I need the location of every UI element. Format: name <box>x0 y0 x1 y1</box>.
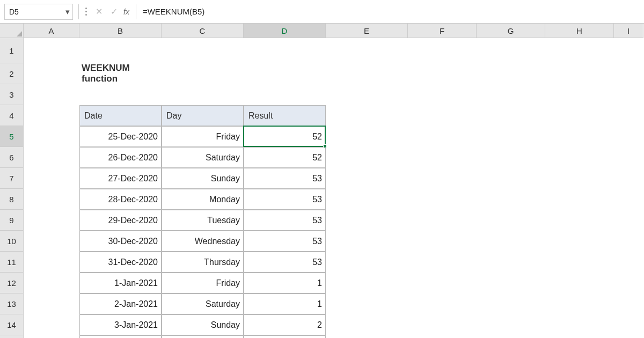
cell-B7[interactable]: 27-Dec-2020 <box>79 168 162 189</box>
cell-D11[interactable]: 53 <box>244 252 326 273</box>
cell-E6[interactable] <box>326 147 408 168</box>
cell-C3[interactable] <box>162 84 244 105</box>
row-header-1[interactable]: 1 <box>0 38 24 63</box>
row-header-7[interactable]: 7 <box>0 168 24 189</box>
cell-C7[interactable]: Sunday <box>162 168 244 189</box>
cell-F1[interactable] <box>408 38 477 63</box>
cell-H8[interactable] <box>545 189 614 210</box>
cell-H11[interactable] <box>545 252 614 273</box>
cell-I7[interactable] <box>614 168 643 189</box>
cell-F7[interactable] <box>408 168 477 189</box>
cell-A15[interactable] <box>24 335 79 338</box>
cell-E12[interactable] <box>326 273 408 293</box>
cell-H2[interactable] <box>545 63 614 84</box>
cell-C10[interactable]: Wednesday <box>162 231 244 252</box>
cell-E3[interactable] <box>326 84 408 105</box>
cell-A3[interactable] <box>24 84 79 105</box>
cell-G5[interactable] <box>477 126 545 147</box>
cell-F11[interactable] <box>408 252 477 273</box>
cell-G12[interactable] <box>477 273 545 293</box>
drag-handle-icon[interactable] <box>85 8 87 16</box>
cell-B11[interactable]: 31-Dec-2020 <box>79 252 162 273</box>
row-header-2[interactable]: 2 <box>0 63 24 84</box>
cell-D10[interactable]: 53 <box>244 231 326 252</box>
cell-G14[interactable] <box>477 314 545 335</box>
fx-icon[interactable]: fx <box>123 8 129 16</box>
cell-F5[interactable] <box>408 126 477 147</box>
cell-D14[interactable]: 2 <box>244 314 326 335</box>
cell-C9[interactable]: Tuesday <box>162 210 244 231</box>
cell-D4[interactable]: Result <box>244 105 326 126</box>
name-box-dropdown-icon[interactable]: ▾ <box>63 4 72 19</box>
cell-G7[interactable] <box>477 168 545 189</box>
cell-C6[interactable]: Saturday <box>162 147 244 168</box>
cell-A12[interactable] <box>24 273 79 293</box>
cell-F2[interactable] <box>408 63 477 84</box>
cell-C2[interactable] <box>162 63 244 84</box>
cell-I1[interactable] <box>614 38 643 63</box>
column-header-B[interactable]: B <box>79 24 162 38</box>
cell-I9[interactable] <box>614 210 643 231</box>
row-header-15[interactable]: 15 <box>0 335 24 338</box>
cell-G10[interactable] <box>477 231 545 252</box>
cell-G3[interactable] <box>477 84 545 105</box>
cell-B12[interactable]: 1-Jan-2021 <box>79 273 162 293</box>
cell-C14[interactable]: Sunday <box>162 314 244 335</box>
cell-F8[interactable] <box>408 189 477 210</box>
cell-I13[interactable] <box>614 293 643 314</box>
cell-D8[interactable]: 53 <box>244 189 326 210</box>
cell-G2[interactable] <box>477 63 545 84</box>
cell-H9[interactable] <box>545 210 614 231</box>
select-all-button[interactable] <box>0 24 24 38</box>
cell-D15[interactable]: 2 <box>244 335 326 338</box>
cell-D1[interactable] <box>244 38 326 63</box>
cell-D7[interactable]: 53 <box>244 168 326 189</box>
cell-F4[interactable] <box>408 105 477 126</box>
cell-H1[interactable] <box>545 38 614 63</box>
cell-B1[interactable] <box>79 38 162 63</box>
cell-H12[interactable] <box>545 273 614 293</box>
column-header-G[interactable]: G <box>477 24 545 38</box>
column-header-E[interactable]: E <box>326 24 408 38</box>
cell-I11[interactable] <box>614 252 643 273</box>
row-header-11[interactable]: 11 <box>0 252 24 273</box>
row-header-14[interactable]: 14 <box>0 314 24 335</box>
cell-I14[interactable] <box>614 314 643 335</box>
cell-A13[interactable] <box>24 293 79 314</box>
cell-F6[interactable] <box>408 147 477 168</box>
cell-I5[interactable] <box>614 126 643 147</box>
cell-F13[interactable] <box>408 293 477 314</box>
row-header-5[interactable]: 5 <box>0 126 24 147</box>
cell-G9[interactable] <box>477 210 545 231</box>
cell-B14[interactable]: 3-Jan-2021 <box>79 314 162 335</box>
cell-H3[interactable] <box>545 84 614 105</box>
row-header-8[interactable]: 8 <box>0 189 24 210</box>
cell-E7[interactable] <box>326 168 408 189</box>
cell-H14[interactable] <box>545 314 614 335</box>
cell-B3[interactable] <box>79 84 162 105</box>
cell-F12[interactable] <box>408 273 477 293</box>
cell-H4[interactable] <box>545 105 614 126</box>
cell-G13[interactable] <box>477 293 545 314</box>
cell-H10[interactable] <box>545 231 614 252</box>
column-header-F[interactable]: F <box>408 24 477 38</box>
cell-D12[interactable]: 1 <box>244 273 326 293</box>
cell-C5[interactable]: Friday <box>162 126 244 147</box>
cell-B9[interactable]: 29-Dec-2020 <box>79 210 162 231</box>
cell-C13[interactable]: Saturday <box>162 293 244 314</box>
row-header-3[interactable]: 3 <box>0 84 24 105</box>
cell-E11[interactable] <box>326 252 408 273</box>
cell-I8[interactable] <box>614 189 643 210</box>
column-header-C[interactable]: C <box>162 24 244 38</box>
cell-E1[interactable] <box>326 38 408 63</box>
cell-B8[interactable]: 28-Dec-2020 <box>79 189 162 210</box>
cell-B13[interactable]: 2-Jan-2021 <box>79 293 162 314</box>
cell-D6[interactable]: 52 <box>244 147 326 168</box>
cell-G6[interactable] <box>477 147 545 168</box>
cancel-formula-button[interactable]: ✕ <box>91 4 106 19</box>
column-header-I[interactable]: I <box>614 24 643 38</box>
cell-I4[interactable] <box>614 105 643 126</box>
cell-C8[interactable]: Monday <box>162 189 244 210</box>
row-header-6[interactable]: 6 <box>0 147 24 168</box>
cell-B15[interactable]: 4-Jan-2021 <box>79 335 162 338</box>
